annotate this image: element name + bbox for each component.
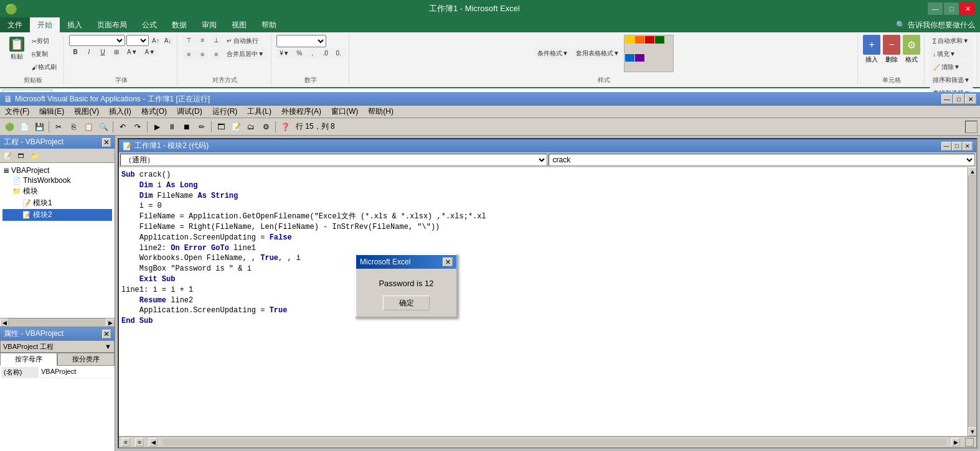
- excel-win-controls: — □ ✕: [928, 2, 975, 15]
- vba-close-btn[interactable]: ✕: [965, 94, 976, 102]
- clipboard-label: 剪贴板: [24, 76, 42, 86]
- font-label: 字体: [115, 76, 128, 86]
- align-bottom-btn[interactable]: ⊥: [210, 35, 222, 47]
- bold-btn[interactable]: B: [69, 47, 82, 57]
- border-btn[interactable]: ⊞: [110, 47, 123, 57]
- excel-logo-icon: 🟢: [5, 3, 17, 15]
- tab-insert[interactable]: 插入: [60, 17, 90, 32]
- decrease-decimal-btn[interactable]: 0.: [332, 48, 345, 58]
- vba-restore-btn[interactable]: □: [953, 94, 964, 102]
- percent-btn[interactable]: %: [293, 48, 306, 58]
- alignment-label: 对齐方式: [212, 76, 237, 86]
- excel-titlebar: 🟢 工作簿1 - Microsoft Excel — □ ✕: [0, 0, 980, 17]
- number-format-select[interactable]: [276, 35, 326, 47]
- align-left-btn[interactable]: ≡: [182, 49, 195, 60]
- tab-help[interactable]: 帮助: [254, 17, 284, 32]
- vba-win-controls: — □ ✕: [941, 94, 976, 102]
- ribbon-search[interactable]: 🔍 告诉我你想要做什么: [891, 17, 980, 32]
- clipboard-buttons: 📋 粘贴 ✂ 剪切 ⎘ 复制 🖌 格式刷: [6, 35, 60, 76]
- font-color-btn[interactable]: A▼: [142, 47, 159, 57]
- excel-close-btn[interactable]: ✕: [960, 2, 975, 15]
- font-size-select[interactable]: [126, 35, 149, 46]
- vba-title: Microsoft Visual Basic for Applications …: [15, 94, 941, 103]
- currency-btn[interactable]: ¥▼: [276, 48, 292, 58]
- ribbon-group-editing: Σ 自动求和▼ ↓ 填充▼ 🧹 清除▼ 排序和筛选▼ 查找和选择▼ 编辑: [926, 34, 978, 86]
- conditional-format-btn[interactable]: 条件格式▼: [534, 47, 572, 60]
- font-family-select[interactable]: [69, 35, 125, 46]
- copy-btn[interactable]: ⎘ 复制: [29, 48, 60, 60]
- merge-center-btn[interactable]: 合并后居中▼: [224, 48, 267, 60]
- wrap-text-btn[interactable]: ↵ 自动换行: [224, 35, 261, 47]
- italic-btn[interactable]: I: [83, 47, 95, 57]
- ribbon-group-clipboard: 📋 粘贴 ✂ 剪切 ⎘ 复制 🖌 格式刷 剪贴板: [2, 34, 64, 86]
- align-center-btn[interactable]: ≡: [196, 49, 209, 60]
- tab-file[interactable]: 文件: [0, 17, 30, 32]
- cells-label: 单元格: [882, 76, 901, 86]
- align-top-btn[interactable]: ⊤: [182, 35, 195, 47]
- cell-styles-gallery[interactable]: [624, 35, 674, 72]
- clear-btn[interactable]: 🧹 清除▼: [930, 61, 973, 73]
- excel-minimize-btn[interactable]: —: [928, 2, 943, 15]
- ribbon-group-styles: 条件格式▼ 套用表格格式▼ 样式: [351, 34, 858, 86]
- ribbon-group-number: ¥▼ % , .0 0. 数字: [273, 34, 349, 86]
- fill-color-btn[interactable]: A▼: [124, 47, 141, 57]
- vba-icon: 🖥: [4, 94, 12, 102]
- autosum-btn[interactable]: Σ 自动求和▼: [930, 35, 973, 47]
- ribbon-content: 📋 粘贴 ✂ 剪切 ⎘ 复制 🖌 格式刷 剪贴板: [0, 32, 980, 88]
- format-label: 格式: [905, 55, 918, 64]
- cut-btn[interactable]: ✂ 剪切: [29, 35, 60, 47]
- tab-formulas[interactable]: 公式: [134, 17, 164, 32]
- font-shrink-btn[interactable]: A↓: [163, 37, 174, 45]
- comma-btn[interactable]: ,: [306, 48, 319, 58]
- vba-minimize-btn[interactable]: —: [941, 94, 953, 102]
- font-grow-btn[interactable]: A↑: [150, 37, 161, 45]
- format-painter-btn[interactable]: 🖌 格式刷: [29, 61, 60, 73]
- underline-btn[interactable]: U: [97, 47, 109, 57]
- number-label: 数字: [304, 76, 317, 86]
- fill-btn[interactable]: ↓ 填充▼: [930, 48, 973, 60]
- vba-titlebar: 🖥 Microsoft Visual Basic for Application…: [0, 92, 980, 102]
- vba-editor: 🖥 Microsoft Visual Basic for Application…: [0, 92, 980, 102]
- tab-view[interactable]: 视图: [224, 17, 254, 32]
- insert-label: 插入: [865, 55, 878, 64]
- ribbon-tabs: 文件 开始 插入 页面布局 公式 数据 审阅 视图 帮助 🔍 告诉我你想要做什么: [0, 17, 980, 32]
- tab-layout[interactable]: 页面布局: [90, 17, 134, 32]
- tab-home[interactable]: 开始: [30, 17, 60, 32]
- excel-maximize-btn[interactable]: □: [944, 2, 959, 15]
- ribbon-group-cells: + 插入 − 删除 ⚙ 格式 单元格: [859, 34, 925, 86]
- ribbon-group-alignment: ⊤ ≡ ⊥ ↵ 自动换行 ≡ ≡ ≡ 合并后居中▼ 对齐方式: [179, 34, 271, 86]
- ribbon-group-font: A↑ A↓ B I U ⊞ A▼ A▼ 字体: [65, 34, 177, 86]
- paste-btn[interactable]: 📋 粘贴: [6, 35, 27, 63]
- tab-review[interactable]: 审阅: [194, 17, 224, 32]
- excel-title: 工作簿1 - Microsoft Excel: [21, 3, 928, 14]
- format-painter-icon: 🖌: [32, 64, 38, 71]
- cut-icon: ✂: [32, 38, 37, 45]
- align-right-btn[interactable]: ≡: [210, 49, 222, 60]
- format-table-btn[interactable]: 套用表格格式▼: [573, 47, 623, 60]
- align-mid-btn[interactable]: ≡: [196, 35, 209, 47]
- tab-data[interactable]: 数据: [164, 17, 194, 32]
- sort-filter-btn[interactable]: 排序和筛选▼: [930, 74, 973, 86]
- increase-decimal-btn[interactable]: .0: [319, 48, 332, 58]
- styles-label: 样式: [598, 76, 610, 86]
- paste-icon: 📋: [9, 37, 24, 52]
- delete-label: 删除: [885, 55, 898, 64]
